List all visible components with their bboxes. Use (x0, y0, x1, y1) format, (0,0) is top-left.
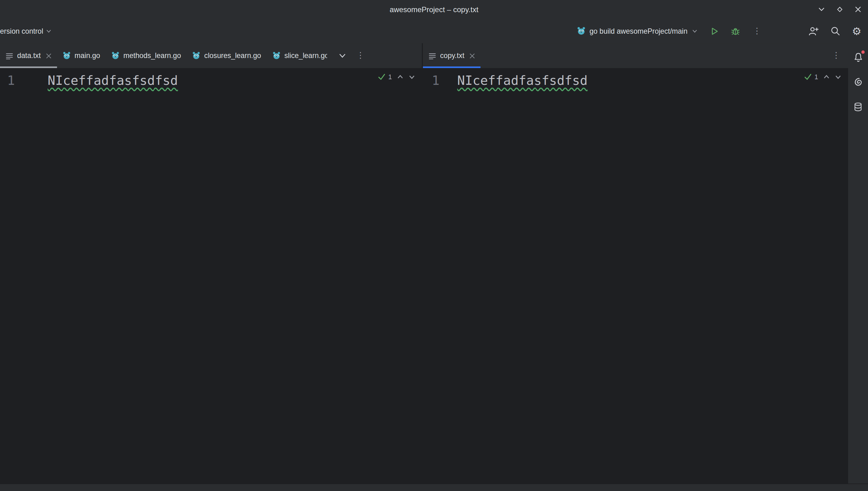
close-icon (469, 53, 475, 59)
tab-label: copy.txt (440, 52, 465, 60)
tab-main-go[interactable]: main.go (57, 43, 106, 68)
notification-badge (862, 51, 865, 54)
go-gopher-icon (577, 27, 586, 35)
diamond-icon (836, 6, 844, 13)
chevron-down-icon (691, 28, 698, 34)
run-config-label: go build awesomeProject/main (590, 27, 687, 35)
title-bar: awesomeProject – copy.txt (0, 0, 868, 19)
close-tab-button[interactable] (46, 53, 52, 59)
database-button[interactable] (852, 102, 864, 113)
go-file-icon (111, 52, 120, 60)
application-window: awesomeProject – copy.txt ersion control (0, 0, 868, 491)
line-number: 1 (423, 73, 457, 88)
close-icon (46, 53, 52, 59)
editor-split-area: data.txt main.go methods_learn.go (0, 43, 868, 484)
gear-icon: ⚙ (852, 26, 861, 36)
show-hidden-tabs-button[interactable] (338, 52, 346, 60)
problems-count: 1 (814, 73, 818, 81)
code-text: NIceffadfasfsdfsd (48, 73, 178, 88)
vcs-widget[interactable]: ersion control (0, 27, 52, 35)
kebab-icon: ⋮ (752, 27, 762, 35)
editor-left[interactable]: 1 NIceffadfasfsdfsd 1 (0, 68, 422, 484)
text-file-icon (6, 52, 13, 60)
tab-label: methods_learn.go (123, 52, 181, 60)
notifications-button[interactable] (852, 52, 864, 63)
problems-count: 1 (388, 73, 392, 81)
inspection-widget: 1 (378, 73, 415, 81)
prev-problem-button chevron-up-icon[interactable] (397, 73, 403, 80)
tab-label: slice_learn.go (284, 52, 327, 60)
next-problem-button chevron-down-icon[interactable] (835, 73, 841, 80)
tab-strip-right: copy.txt ⋮ (423, 43, 848, 68)
ai-assistant-button[interactable] (852, 77, 864, 88)
search-icon (830, 26, 840, 36)
tab-strip-tools: ⋮ (338, 52, 366, 60)
go-file-icon (272, 52, 281, 60)
run-play-icon (710, 26, 719, 35)
main-toolbar: ersion control go build awesomeProject/m… (0, 19, 868, 43)
run-configuration-selector[interactable]: go build awesomeProject/main (577, 27, 698, 35)
database-icon (853, 102, 863, 112)
window-controls (817, 0, 863, 19)
tab-label: data.txt (17, 52, 41, 60)
debug-button[interactable] (731, 26, 740, 35)
close-window-button[interactable] (854, 5, 862, 14)
chevron-down-icon (45, 28, 52, 34)
kebab-icon[interactable]: ⋮ (831, 52, 841, 60)
debug-bug-icon (731, 26, 740, 35)
go-file-icon (62, 52, 71, 60)
editor-pane-right: copy.txt ⋮ 1 NIceffadfasfsdfsd 1 (423, 43, 848, 484)
text-file-icon (428, 52, 436, 60)
prev-problem-button chevron-up-icon[interactable] (823, 73, 830, 80)
close-icon (855, 6, 861, 13)
inspections-ok-icon[interactable] (804, 73, 812, 81)
tab-slice-learn-go[interactable]: slice_learn.go (267, 43, 332, 68)
toolbar-right-group: go build awesomeProject/main ⋮ (577, 26, 868, 36)
tab-methods-learn-go[interactable]: methods_learn.go (106, 43, 186, 68)
kebab-icon[interactable]: ⋮ (355, 52, 366, 60)
chevron-down-icon (338, 52, 346, 60)
inspections-ok-icon[interactable] (378, 73, 386, 81)
tab-data-txt[interactable]: data.txt (0, 43, 57, 68)
close-tab-button[interactable] (469, 53, 475, 59)
more-actions-button[interactable]: ⋮ (752, 27, 762, 35)
tab-label: main.go (74, 52, 100, 60)
ai-assistant-icon (853, 77, 863, 87)
inspection-widget: 1 (804, 73, 841, 81)
add-user-icon (808, 26, 819, 36)
right-tool-stripe (848, 43, 868, 484)
vcs-label: ersion control (0, 27, 43, 35)
code-text: NIceffadfasfsdfsd (457, 73, 588, 88)
window-title: awesomeProject – copy.txt (390, 5, 478, 14)
status-bar (0, 484, 868, 491)
editor-right[interactable]: 1 NIceffadfasfsdfsd 1 (423, 68, 848, 484)
maximize-button[interactable] (835, 5, 844, 14)
run-button[interactable] (710, 26, 719, 35)
chevron-down-icon (817, 6, 825, 13)
code-with-me-button[interactable] (808, 26, 819, 36)
code-line: 1 NIceffadfasfsdfsd (0, 68, 422, 88)
search-everywhere-button[interactable] (830, 26, 840, 36)
line-number: 1 (0, 73, 48, 88)
minimize-button[interactable] (817, 5, 826, 14)
code-line: 1 NIceffadfasfsdfsd (423, 68, 848, 88)
tab-strip-left: data.txt main.go methods_learn.go (0, 43, 422, 68)
tab-label: closures_learn.go (204, 52, 261, 60)
tab-copy-txt[interactable]: copy.txt (423, 43, 480, 68)
tab-closures-learn-go[interactable]: closures_learn.go (186, 43, 267, 68)
editor-pane-left: data.txt main.go methods_learn.go (0, 43, 422, 484)
next-problem-button chevron-down-icon[interactable] (408, 73, 415, 80)
settings-button[interactable]: ⚙ (852, 26, 861, 36)
go-file-icon (192, 52, 200, 60)
